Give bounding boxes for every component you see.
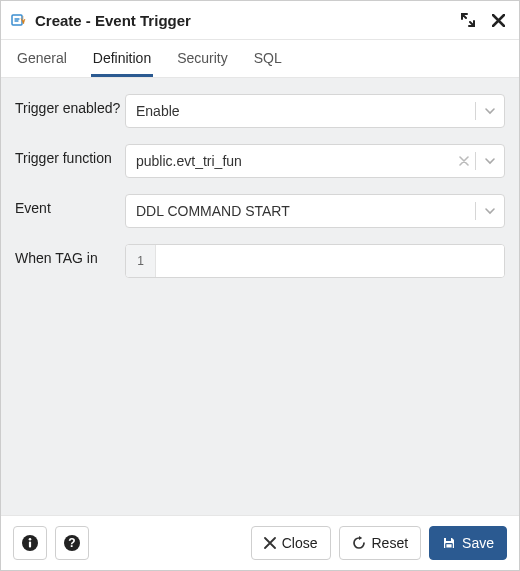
row-trigger-function: Trigger function public.evt_tri_fun [15, 144, 505, 178]
tag-line-number: 1 [126, 245, 156, 277]
when-tag-input[interactable] [156, 245, 504, 277]
select-trigger-enabled-value: Enable [136, 103, 473, 119]
help-icon: ? [63, 534, 81, 552]
close-button-label: Close [282, 535, 318, 551]
label-when-tag: When TAG in [15, 244, 125, 267]
expand-button[interactable] [457, 9, 479, 31]
tabs: General Definition Security SQL [1, 40, 519, 78]
tag-input-control: 1 [125, 244, 505, 278]
row-trigger-enabled: Trigger enabled? Enable [15, 94, 505, 128]
tab-general[interactable]: General [15, 40, 69, 77]
save-icon [442, 536, 456, 550]
clear-icon[interactable] [455, 156, 473, 166]
chevron-down-icon[interactable] [482, 105, 496, 117]
select-trigger-enabled[interactable]: Enable [125, 94, 505, 128]
content-pane: Trigger enabled? Enable Trigger function… [1, 78, 519, 515]
tab-sql[interactable]: SQL [252, 40, 284, 77]
row-when-tag: When TAG in 1 [15, 244, 505, 278]
tab-security[interactable]: Security [175, 40, 230, 77]
svg-point-2 [29, 538, 32, 541]
save-button[interactable]: Save [429, 526, 507, 560]
label-event: Event [15, 194, 125, 217]
svg-rect-0 [12, 15, 22, 25]
tab-definition[interactable]: Definition [91, 40, 153, 77]
event-trigger-icon [11, 12, 27, 28]
info-button[interactable] [13, 526, 47, 560]
reset-button-label: Reset [372, 535, 409, 551]
close-icon [264, 537, 276, 549]
info-icon [21, 534, 39, 552]
save-button-label: Save [462, 535, 494, 551]
select-event-value: DDL COMMAND START [136, 203, 473, 219]
close-window-button[interactable] [487, 9, 509, 31]
select-trigger-function[interactable]: public.evt_tri_fun [125, 144, 505, 178]
window-title: Create - Event Trigger [35, 12, 191, 29]
close-button[interactable]: Close [251, 526, 331, 560]
help-button[interactable]: ? [55, 526, 89, 560]
reset-icon [352, 536, 366, 550]
select-trigger-function-value: public.evt_tri_fun [136, 153, 455, 169]
svg-rect-3 [29, 542, 31, 548]
label-trigger-enabled: Trigger enabled? [15, 94, 125, 117]
select-event[interactable]: DDL COMMAND START [125, 194, 505, 228]
chevron-down-icon[interactable] [482, 155, 496, 167]
label-trigger-function: Trigger function [15, 144, 125, 167]
titlebar: Create - Event Trigger [1, 1, 519, 40]
row-event: Event DDL COMMAND START [15, 194, 505, 228]
reset-button[interactable]: Reset [339, 526, 422, 560]
footer: ? Close Reset Save [1, 515, 519, 570]
dialog: Create - Event Trigger General Definitio… [0, 0, 520, 571]
chevron-down-icon[interactable] [482, 205, 496, 217]
svg-rect-6 [446, 538, 451, 541]
svg-text:?: ? [68, 536, 75, 550]
